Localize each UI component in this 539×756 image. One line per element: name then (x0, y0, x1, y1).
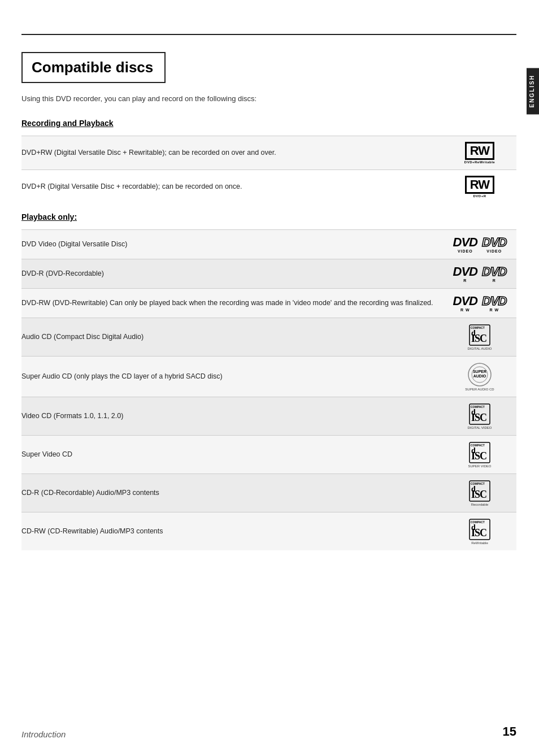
cd-rw-logo: COMPACT ISC d ReWritable (468, 518, 491, 545)
video-cd-icon: COMPACT ISC d (468, 403, 491, 425)
page-title: Compatible discs (32, 59, 153, 76)
cd-r-sublabel: Recordable (471, 503, 489, 506)
audio-cd-logo: COMPACT ISC d DIGITAL AUDIO (467, 324, 492, 350)
dvd-rw-label: DVD+ReWritable (464, 160, 495, 164)
audio-cd-sublabel: DIGITAL AUDIO (467, 347, 492, 350)
disc-row-cd-r: CD-R (CD-Recordable) Audio/MP3 contents … (21, 473, 516, 512)
section-header-playback: Playback only: (21, 212, 516, 221)
audio-cd-icon: COMPACT ISC d (468, 324, 491, 346)
disc-text-dvd-plus-r: DVD+R (Digital Versatile Disc + recordab… (21, 182, 443, 192)
dvd-rw-logo: RW DVD+ReWritable (464, 142, 495, 164)
dvd-text-filled: DVD (453, 236, 477, 249)
dvd-r-logo: RW DVD+R (465, 176, 494, 198)
subtitle-text: Using this DVD recorder, you can play an… (21, 94, 516, 103)
disc-row-cd-rw: CD-RW (CD-Rewritable) Audio/MP3 contents… (21, 512, 516, 550)
dvd-r-text-filled: DVD (453, 266, 477, 278)
disc-logo-cd-rw: COMPACT ISC d ReWritable (443, 518, 516, 545)
sacd-logo: SUPER AUDIO SUPER AUDIO CD (465, 362, 494, 391)
disc-logo-audio-cd: COMPACT ISC d DIGITAL AUDIO (443, 324, 516, 350)
disc-logo-dvd-video: DVD VIDEO DVD VIDEO (443, 236, 516, 253)
disc-text-video-cd: Video CD (Formats 1.0, 1.1, 2.0) (21, 411, 443, 422)
disc-logo-cd-r: COMPACT ISC d Recordable (443, 480, 516, 506)
side-tab: ENGLISH (527, 68, 539, 114)
dvd-logo-filled: DVD VIDEO (453, 236, 477, 253)
svg-text:d: d (471, 523, 476, 532)
dvd-rw-sublabel-1: R W (460, 308, 470, 312)
dvd-rw-text-outline: DVD (482, 295, 506, 307)
footer-left: Introduction (21, 729, 66, 739)
disc-logo-super-audio-cd: SUPER AUDIO SUPER AUDIO CD (443, 362, 516, 391)
dvd-r-logo-outline: DVD R (482, 266, 506, 283)
svg-text:d: d (471, 485, 476, 493)
video-cd-sublabel: DIGITAL VIDEO (467, 426, 492, 429)
disc-logo-dvd-rw: DVD R W DVD R W (443, 295, 516, 312)
dvd-rw-text-filled: DVD (453, 295, 477, 307)
svg-text:AUDIO: AUDIO (473, 374, 486, 378)
svg-text:d: d (471, 446, 476, 455)
sacd-sublabel: SUPER AUDIO CD (465, 388, 494, 391)
dvd-r-text-outline: DVD (482, 266, 506, 278)
dvd-r-sublabel-1: R (463, 279, 467, 283)
cd-r-icon: COMPACT ISC d (468, 480, 491, 502)
disc-logo-super-video-cd: COMPACT ISC d SUPER VIDEO (443, 441, 516, 468)
disc-logo-dvd-plus-rw: RW DVD+ReWritable (443, 142, 516, 164)
disc-text-dvd-plus-rw: DVD+RW (Digital Versatile Disc + Rewrita… (21, 148, 443, 158)
disc-logo-dvd-r: DVD R DVD R (443, 266, 516, 283)
disc-row-dvd-plus-r: DVD+R (Digital Versatile Disc + recordab… (21, 170, 516, 203)
disc-text-super-video-cd: Super Video CD (21, 450, 443, 460)
dvd-r-sublabel-2: R (493, 279, 496, 283)
footer: Introduction 15 (21, 724, 516, 739)
disc-text-dvd-video: DVD Video (Digital Versatile Disc) (21, 240, 443, 250)
section-header-recording: Recording and Playback (21, 119, 516, 128)
disc-text-audio-cd: Audio CD (Compact Disc Digital Audio) (21, 332, 443, 342)
page-number: 15 (503, 724, 516, 739)
cd-r-logo: COMPACT ISC d Recordable (468, 480, 491, 506)
disc-row-dvd-r: DVD-R (DVD-Recordable) DVD R DVD R (21, 259, 516, 288)
disc-logo-dvd-plus-r: RW DVD+R (443, 176, 516, 198)
section-recording-playback: Recording and Playback DVD+RW (Digital V… (21, 119, 516, 203)
rw-badge: RW (465, 142, 494, 160)
disc-row-super-audio-cd: Super Audio CD (only plays the CD layer … (21, 356, 516, 397)
super-video-cd-icon: COMPACT ISC d (468, 441, 491, 464)
video-cd-logo: COMPACT ISC d DIGITAL VIDEO (467, 403, 492, 429)
dvd-rw-sublabel-2: R W (489, 308, 499, 312)
disc-row-dvd-plus-rw: DVD+RW (Digital Versatile Disc + Rewrita… (21, 136, 516, 170)
svg-text:SUPER: SUPER (473, 370, 486, 373)
section-playback-only: Playback only: DVD Video (Digital Versat… (21, 212, 516, 550)
disc-text-cd-r: CD-R (CD-Recordable) Audio/MP3 contents (21, 488, 443, 498)
disc-row-dvd-rw: DVD-RW (DVD-Rewritable) Can only be play… (21, 288, 516, 318)
disc-text-cd-rw: CD-RW (CD-Rewritable) Audio/MP3 contents (21, 527, 443, 537)
dvd-rw-logo-filled: DVD R W (453, 295, 477, 312)
dvd-r-label: DVD+R (473, 194, 486, 198)
dvd-video-sublabel-1: VIDEO (458, 249, 473, 253)
super-video-cd-logo: COMPACT ISC d SUPER VIDEO (468, 441, 491, 468)
cd-rw-sublabel: ReWritable (471, 541, 488, 545)
top-rule (21, 34, 516, 35)
disc-row-video-cd: Video CD (Formats 1.0, 1.1, 2.0) COMPACT… (21, 397, 516, 435)
disc-text-dvd-r: DVD-R (DVD-Recordable) (21, 269, 443, 279)
dvd-video-sublabel-2: VIDEO (486, 249, 502, 253)
svg-text:d: d (471, 329, 476, 337)
svg-text:d: d (471, 408, 476, 416)
disc-logo-video-cd: COMPACT ISC d DIGITAL VIDEO (443, 403, 516, 429)
sacd-icon: SUPER AUDIO (467, 362, 492, 387)
dvd-logo-outline: DVD VIDEO (482, 236, 506, 253)
disc-row-audio-cd: Audio CD (Compact Disc Digital Audio) CO… (21, 318, 516, 356)
disc-text-super-audio-cd: Super Audio CD (only plays the CD layer … (21, 372, 443, 382)
dvd-r-badge: RW (465, 176, 494, 194)
dvd-r-logo-filled: DVD R (453, 266, 477, 283)
super-video-cd-sublabel: SUPER VIDEO (468, 464, 491, 468)
dvd-rw-logo-outline: DVD R W (482, 295, 506, 312)
title-box: Compatible discs (21, 52, 166, 83)
dvd-video-pair: DVD VIDEO DVD VIDEO (453, 236, 507, 253)
disc-row-super-video-cd: Super Video CD COMPACT ISC d SUPER VIDEO (21, 435, 516, 473)
disc-row-dvd-video: DVD Video (Digital Versatile Disc) DVD V… (21, 229, 516, 259)
cd-rw-icon: COMPACT ISC d (468, 518, 491, 541)
dvd-r-pair: DVD R DVD R (453, 266, 507, 283)
disc-text-dvd-rw: DVD-RW (DVD-Rewritable) Can only be play… (21, 298, 443, 309)
dvd-rw-pair: DVD R W DVD R W (453, 295, 507, 312)
dvd-text-outline: DVD (482, 236, 506, 249)
